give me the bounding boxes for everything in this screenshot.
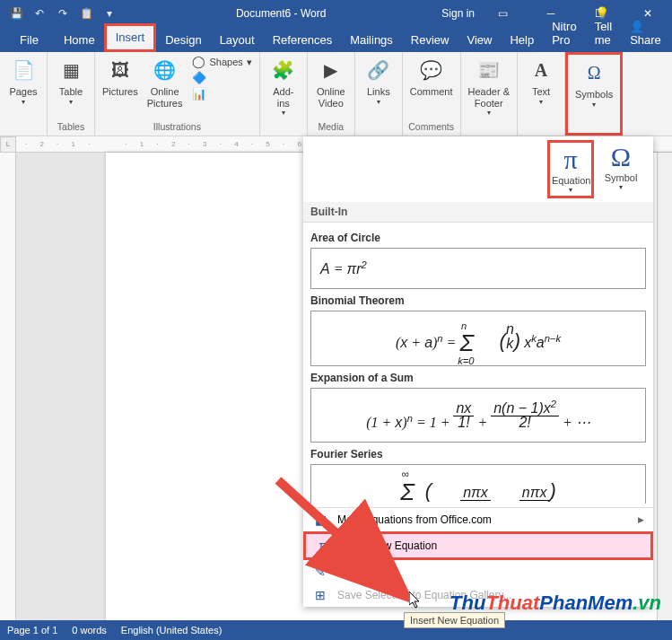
tab-layout[interactable]: Layout [211, 29, 264, 52]
media-group-label: Media [311, 121, 351, 134]
ruler-corner[interactable]: L [0, 136, 16, 153]
equation-preview-binomial[interactable]: (x + a)n = Σnk=0 (nk) xkan−k [310, 311, 646, 365]
tell-me[interactable]: 💡 Tell me [586, 2, 622, 52]
share-icon: 👤 [630, 20, 644, 33]
equation-preview-fourier[interactable]: Σ∞ ( nπx nπx) [310, 464, 646, 504]
tab-view[interactable]: View [458, 29, 501, 52]
online-pictures-icon: 🌐 [151, 56, 179, 84]
shapes-button[interactable]: ◯Shapes ▾ [188, 54, 256, 70]
symbols-button[interactable]: ΩSymbols▾ [572, 57, 616, 110]
chart-icon: 📊 [192, 87, 206, 101]
icons-icon: 🔷 [192, 71, 206, 85]
header-footer-icon: 📰 [475, 56, 503, 84]
ink-equation-item[interactable]: ✎Ink Equation [303, 560, 653, 583]
equation-dropdown-panel: π Equation ▾ Ω Symbol ▾ Built-In Area of… [303, 136, 653, 607]
vertical-scrollbar[interactable] [657, 153, 672, 620]
shapes-icon: ◯ [192, 55, 206, 69]
illustrations-group-label: Illustrations [99, 121, 256, 134]
equation-button[interactable]: π Equation ▾ [547, 140, 594, 198]
tables-group-label: Tables [51, 121, 91, 134]
status-bar: Page 1 of 1 0 words English (United Stat… [0, 620, 672, 640]
ribbon: 📄Pages▾ ▦Table▾ Tables 🖼Pictures 🌐Online… [0, 52, 672, 136]
insert-new-equation-item[interactable]: πInsert New Equation [303, 531, 653, 560]
tab-mailings[interactable]: Mailings [341, 29, 402, 52]
tab-file[interactable]: File [4, 29, 55, 52]
equation-gallery[interactable]: Area of Circle A = πr2 Binomial Theorem … [303, 223, 653, 507]
header-footer-button[interactable]: 📰Header & Footer▾ [465, 54, 513, 118]
pictures-button[interactable]: 🖼Pictures [99, 54, 142, 100]
equation-item-label: Area of Circle [310, 232, 646, 244]
tab-design[interactable]: Design [156, 29, 210, 52]
text-icon: A [527, 56, 555, 84]
chart-button[interactable]: 📊 [188, 86, 256, 102]
table-button[interactable]: ▦Table▾ [51, 54, 91, 108]
addins-button[interactable]: 🧩Add- ins▾ [264, 54, 303, 118]
text-button[interactable]: AText▾ [521, 54, 561, 108]
more-equations-item[interactable]: ◧More Equations from Office.com▶ [303, 508, 653, 531]
customize-qat-icon[interactable]: ▾ [99, 3, 120, 24]
equation-preview-area-circle[interactable]: A = πr2 [310, 248, 646, 289]
tab-home[interactable]: Home [55, 29, 104, 52]
links-icon: 🔗 [364, 56, 393, 84]
pi-icon: π [315, 539, 331, 553]
omega-icon: Ω [580, 58, 608, 87]
quick-access-toolbar: 💾 ↶ ↷ 📋 ▾ [0, 3, 120, 24]
ink-icon: ✎ [312, 565, 328, 579]
omega-icon: Ω [599, 142, 642, 172]
save-gallery-icon: ⊞ [312, 588, 328, 602]
equation-item-label: Fourier Series [310, 448, 646, 460]
page-count[interactable]: Page 1 of 1 [7, 625, 57, 636]
icons-button[interactable]: 🔷 [188, 70, 256, 86]
equation-item-label: Expansion of a Sum [310, 372, 646, 384]
vertical-ruler[interactable] [0, 153, 16, 620]
paste-icon[interactable]: 📋 [75, 3, 97, 24]
tab-review[interactable]: Review [402, 29, 458, 52]
chevron-right-icon: ▶ [638, 515, 644, 524]
watermark: ThuThuatPhanMem.vn [449, 592, 661, 615]
ribbon-display-icon[interactable]: ▭ [482, 0, 523, 27]
ribbon-tabs: File Home Insert Design Layout Reference… [0, 27, 672, 52]
comment-icon: 💬 [417, 56, 446, 84]
equation-item-label: Binomial Theorem [310, 294, 646, 307]
builtin-header: Built-In [303, 202, 653, 223]
online-pictures-button[interactable]: 🌐Online Pictures [144, 54, 187, 110]
comment-button[interactable]: 💬Comment [406, 54, 457, 100]
pages-button[interactable]: 📄Pages▾ [4, 54, 43, 108]
tab-insert[interactable]: Insert [104, 23, 157, 52]
word-count[interactable]: 0 words [72, 625, 107, 636]
video-icon: ▶ [317, 56, 345, 84]
save-icon[interactable]: 💾 [5, 3, 27, 24]
sign-in-link[interactable]: Sign in [441, 7, 475, 20]
equation-preview-expansion[interactable]: (1 + x)n = 1 + nx1! + n(n − 1)x22! + ⋯ [310, 388, 646, 443]
office-icon: ◧ [312, 513, 328, 527]
redo-icon[interactable]: ↷ [52, 3, 74, 24]
pages-icon: 📄 [9, 56, 38, 84]
online-video-button[interactable]: ▶Online Video [311, 54, 351, 110]
tab-help[interactable]: Help [501, 29, 543, 52]
tab-nitro-pro[interactable]: Nitro Pro [543, 15, 585, 52]
undo-icon[interactable]: ↶ [29, 3, 50, 24]
links-button[interactable]: 🔗Links▾ [359, 54, 398, 108]
pi-icon: π [552, 145, 589, 175]
symbol-button[interactable]: Ω Symbol ▾ [598, 140, 644, 198]
share-button[interactable]: 👤Share [621, 15, 670, 52]
comments-group-label: Comments [406, 121, 457, 134]
table-icon: ▦ [57, 56, 85, 84]
language[interactable]: English (United States) [121, 625, 223, 636]
tab-references[interactable]: References [264, 29, 341, 52]
addins-icon: 🧩 [269, 56, 298, 84]
window-title: Document6 - Word [120, 7, 441, 20]
pictures-icon: 🖼 [106, 56, 135, 84]
